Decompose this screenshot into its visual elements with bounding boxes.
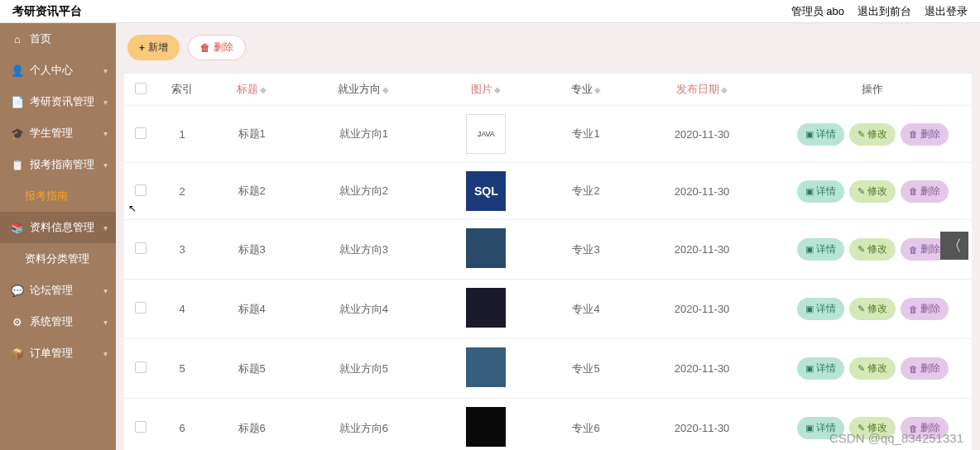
- sidebar-item-label: 考研资讯管理: [30, 94, 94, 109]
- row-delete-button[interactable]: 🗑删除: [901, 357, 949, 380]
- table-row: 1 标题1 就业方向1 JAVA 专业1 2020-11-30 ▣详情 ✎修改 …: [124, 106, 972, 163]
- cell-direction: 就业方向5: [296, 339, 430, 399]
- forum-icon: 💬: [12, 285, 23, 296]
- col-title[interactable]: 标题◆: [207, 74, 296, 106]
- user-icon: 👤: [12, 65, 23, 76]
- row-delete-button[interactable]: 🗑删除: [901, 180, 949, 203]
- sidebar-item-0[interactable]: ⌂首页: [0, 23, 116, 55]
- edit-button[interactable]: ✎修改: [849, 298, 896, 320]
- edit-button[interactable]: ✎修改: [849, 357, 896, 380]
- sidebar-item-6[interactable]: 💬论坛管理▾: [0, 275, 116, 306]
- row-checkbox[interactable]: [135, 127, 147, 139]
- cell-date: 2020-11-30: [631, 106, 773, 163]
- cell-image: [431, 339, 541, 399]
- thumbnail[interactable]: [466, 407, 506, 447]
- row-actions: ▣详情 ✎修改 🗑删除: [780, 180, 965, 203]
- add-button[interactable]: + 新增: [127, 35, 180, 60]
- row-checkbox[interactable]: [135, 421, 147, 433]
- sidebar-item-7[interactable]: ⚙系统管理▾: [0, 306, 116, 338]
- edit-icon: ✎: [858, 244, 865, 255]
- row-delete-button[interactable]: 🗑删除: [901, 123, 949, 146]
- cell-title: 标题3: [207, 220, 296, 280]
- delete-button[interactable]: 🗑 删除: [188, 35, 246, 60]
- row-delete-button[interactable]: 🗑删除: [901, 298, 949, 320]
- chevron-down-icon: ▾: [103, 66, 108, 75]
- detail-button[interactable]: ▣详情: [797, 357, 844, 380]
- thumbnail[interactable]: JAVA: [466, 114, 506, 154]
- edit-icon: ✎: [858, 363, 865, 374]
- data-table-card: 索引 标题◆ 就业方向◆ 图片◆ 专业◆ 发布日期◆ 操作 1 标题1 就业方向…: [124, 74, 972, 450]
- sidebar-item-3[interactable]: 🎓学生管理▾: [0, 117, 116, 149]
- detail-icon: ▣: [805, 186, 814, 197]
- chevron-down-icon: ▾: [103, 223, 108, 232]
- gear-icon: ⚙: [12, 316, 23, 328]
- sidebar-subitem-4-0[interactable]: 报考指南: [0, 180, 116, 212]
- collapse-panel-button[interactable]: 〈: [940, 232, 968, 260]
- cell-index: 3: [157, 220, 207, 280]
- row-checkbox[interactable]: [135, 361, 147, 373]
- exit-front-link[interactable]: 退出到前台: [858, 4, 911, 19]
- admin-label[interactable]: 管理员 abo: [791, 4, 844, 19]
- cell-title: 标题4: [207, 280, 296, 339]
- sidebar-item-1[interactable]: 👤个人中心▾: [0, 55, 116, 86]
- row-checkbox[interactable]: [135, 242, 147, 254]
- detail-icon: ▣: [805, 129, 814, 140]
- row-checkbox[interactable]: [135, 302, 147, 314]
- cell-date: 2020-11-30: [631, 163, 773, 220]
- exit-login-link[interactable]: 退出登录: [925, 4, 968, 19]
- sidebar-item-2[interactable]: 📄考研资讯管理▾: [0, 86, 116, 117]
- table-header-row: 索引 标题◆ 就业方向◆ 图片◆ 专业◆ 发布日期◆ 操作: [124, 74, 972, 106]
- detail-button[interactable]: ▣详情: [797, 180, 844, 203]
- delete-button-label: 删除: [214, 41, 233, 55]
- sort-icon: ◆: [721, 85, 728, 94]
- col-ops: 操作: [773, 74, 972, 106]
- cell-direction: 就业方向4: [296, 280, 430, 339]
- col-major[interactable]: 专业◆: [541, 74, 631, 106]
- edit-icon: ✎: [858, 186, 865, 197]
- sidebar-subitem-5-0[interactable]: 资料分类管理: [0, 243, 116, 275]
- thumbnail[interactable]: SQL: [466, 171, 506, 211]
- sidebar-item-5[interactable]: 📚资料信息管理▾: [0, 212, 116, 243]
- cell-direction: 就业方向6: [296, 399, 430, 451]
- sidebar-item-4[interactable]: 📋报考指南管理▾: [0, 149, 116, 180]
- col-direction[interactable]: 就业方向◆: [296, 74, 430, 106]
- cell-direction: 就业方向2: [296, 163, 430, 220]
- sidebar: ⌂首页👤个人中心▾📄考研资讯管理▾🎓学生管理▾📋报考指南管理▾报考指南📚资料信息…: [0, 23, 116, 450]
- edit-button[interactable]: ✎修改: [849, 238, 896, 261]
- select-all-checkbox[interactable]: [135, 83, 147, 94]
- col-date[interactable]: 发布日期◆: [631, 74, 773, 106]
- sidebar-item-label: 订单管理: [30, 346, 73, 361]
- chevron-down-icon: ▾: [103, 98, 108, 107]
- detail-button[interactable]: ▣详情: [797, 298, 844, 320]
- thumbnail[interactable]: [466, 347, 506, 387]
- detail-button[interactable]: ▣详情: [797, 238, 844, 261]
- chevron-down-icon: ▾: [103, 318, 108, 327]
- plus-icon: +: [139, 42, 145, 54]
- col-index[interactable]: 索引: [157, 74, 207, 106]
- sidebar-item-8[interactable]: 📦订单管理▾: [0, 338, 116, 369]
- top-header: 考研资讯平台 管理员 abo 退出到前台 退出登录: [0, 0, 980, 23]
- table-row: 3 标题3 就业方向3 专业3 2020-11-30 ▣详情 ✎修改 🗑删除: [124, 220, 972, 280]
- toolbar: + 新增 🗑 删除: [124, 31, 972, 64]
- edit-button[interactable]: ✎修改: [849, 123, 896, 146]
- thumbnail[interactable]: [466, 228, 506, 268]
- sidebar-item-label: 首页: [30, 31, 51, 46]
- trash-icon: 🗑: [909, 364, 918, 374]
- cell-image: [431, 220, 541, 280]
- detail-button[interactable]: ▣详情: [797, 123, 844, 146]
- sort-icon: ◆: [594, 85, 601, 94]
- home-icon: ⌂: [12, 33, 23, 45]
- table-row: 5 标题5 就业方向5 专业5 2020-11-30 ▣详情 ✎修改 🗑删除: [124, 339, 972, 399]
- row-checkbox[interactable]: [135, 184, 147, 196]
- grad-icon: 🎓: [12, 127, 23, 139]
- data-table: 索引 标题◆ 就业方向◆ 图片◆ 专业◆ 发布日期◆ 操作 1 标题1 就业方向…: [124, 74, 972, 450]
- cell-index: 6: [157, 399, 207, 451]
- cursor-icon: ↖: [128, 203, 137, 214]
- chevron-down-icon: ▾: [103, 160, 108, 170]
- edit-icon: ✎: [858, 129, 865, 140]
- thumbnail[interactable]: [466, 288, 506, 328]
- edit-button[interactable]: ✎修改: [849, 180, 896, 203]
- cell-title: 标题1: [207, 106, 296, 163]
- col-image[interactable]: 图片◆: [431, 74, 541, 106]
- detail-icon: ▣: [805, 244, 814, 255]
